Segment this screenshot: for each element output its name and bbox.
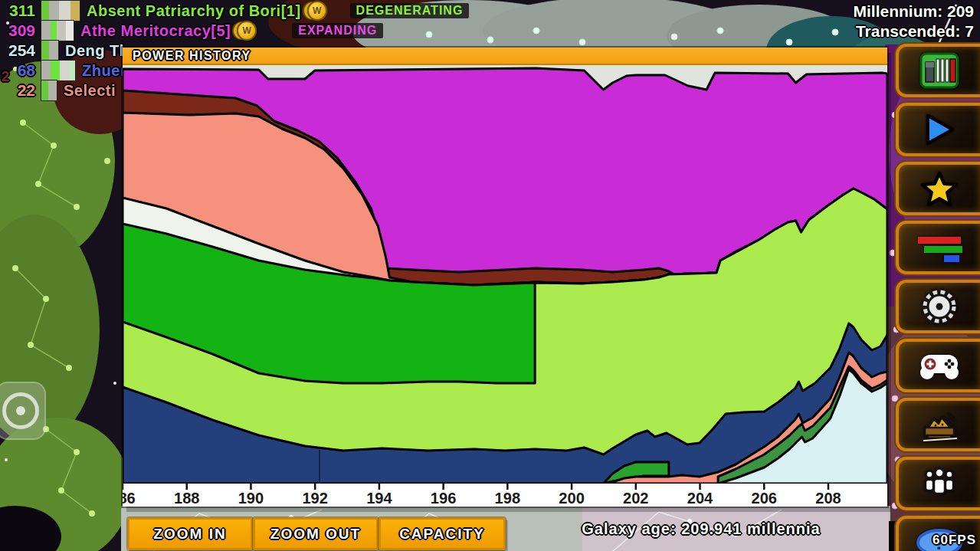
x-axis-tick-label: 204: [687, 490, 713, 507]
sidebar-button-play[interactable]: [896, 103, 980, 156]
faction-name: Deng Th: [65, 42, 129, 60]
x-axis-tick-label: 202: [623, 490, 648, 507]
spiral-icon: [2, 392, 39, 429]
window-title: POWER HISTORY: [123, 49, 251, 63]
x-axis-tick-label: 188: [174, 490, 199, 507]
x-axis-tick-label: 208: [815, 490, 841, 507]
zoom-out-button[interactable]: ZOOM OUT: [253, 517, 379, 550]
stray-counter: 2: [2, 69, 9, 85]
x-axis-tick-label: 186: [123, 490, 136, 507]
faction-power-bar-icon: [41, 40, 59, 61]
fps-counter: 60FPS: [932, 533, 976, 548]
screen: { "header": { "millennium": "Millennium:…: [0, 0, 980, 551]
faction-name: Absent Patriarchy of Bori[1]: [87, 2, 301, 20]
faction-power: 254: [0, 41, 35, 60]
window-titlebar[interactable]: POWER HISTORY: [123, 48, 887, 65]
faction-name: Selecti: [64, 82, 116, 100]
faction-name: Zhuer: [82, 62, 126, 80]
galaxy-age-label: Galaxy age: 209.941 millennia: [563, 520, 839, 538]
faction-power: 311: [0, 2, 35, 20]
sidebar-button-controller[interactable]: [896, 339, 980, 392]
faction-power-bar-icon: [41, 20, 74, 41]
power-history-chart: 186188190192194196198200202204206208: [123, 65, 887, 507]
sidebar: ?: [896, 44, 980, 551]
spiral-widget[interactable]: [0, 382, 46, 440]
faction-status-badge: EXPANDING: [292, 23, 383, 38]
millennium-label: Millennium: 209: [853, 2, 974, 21]
x-axis-tick-label: 200: [559, 490, 584, 507]
faction-row-1[interactable]: 311Absent Patriarchy of Bori[1]WDEGENERA…: [0, 1, 469, 21]
x-axis-tick-label: 194: [366, 490, 392, 507]
capacity-button[interactable]: CAPACITY: [379, 517, 506, 550]
faction-row-3[interactable]: 254Deng Th: [0, 41, 129, 61]
sidebar-button-library[interactable]: [896, 44, 980, 97]
play-icon: [922, 113, 957, 146]
sidebar-button-star[interactable]: [896, 162, 980, 215]
stats-bars-icon: [915, 231, 964, 264]
x-axis-tick-label: 206: [752, 490, 777, 507]
faction-row-5[interactable]: 22Selecti: [0, 80, 116, 100]
sidebar-button-settings-gear[interactable]: [896, 280, 980, 333]
power-history-window: POWER HISTORY 18618819019219419619820020…: [123, 48, 887, 507]
faction-row-2[interactable]: 309Athe Meritocracy[5]WEXPANDING: [0, 21, 383, 41]
era-counters: Millennium: 209 Transcended: 7: [853, 2, 974, 41]
library-icon: [919, 51, 959, 90]
faction-name: Athe Meritocracy[5]: [80, 22, 231, 40]
sandbox-icon: [917, 405, 962, 444]
factions-people-icon: [919, 464, 960, 503]
sidebar-button-stats-bars[interactable]: [896, 221, 980, 274]
x-axis-tick-label: 196: [431, 490, 456, 507]
sidebar-button-factions-people[interactable]: [896, 457, 980, 510]
faction-power-bar-icon: [41, 60, 76, 81]
faction-power: 309: [0, 21, 35, 40]
x-axis-tick-label: 192: [302, 490, 327, 507]
transcended-label: Transcended: 7: [853, 21, 974, 41]
controller-icon: [917, 349, 962, 382]
faction-power-bar-icon: [41, 80, 57, 101]
faction-power-bar-icon: [41, 0, 80, 21]
x-axis-tick-label: 190: [238, 490, 264, 507]
war-coin-icon: W: [237, 21, 257, 41]
zoom-in-button[interactable]: ZOOM IN: [127, 517, 253, 550]
war-coin-icon: W: [307, 1, 327, 21]
faction-row-4[interactable]: 68Zhuer: [0, 61, 126, 80]
faction-status-badge: DEGENERATING: [350, 3, 470, 18]
x-axis-tick-label: 198: [495, 490, 520, 507]
star-icon: [920, 171, 959, 207]
sidebar-button-sandbox[interactable]: [896, 398, 980, 451]
settings-gear-icon: [920, 287, 959, 326]
